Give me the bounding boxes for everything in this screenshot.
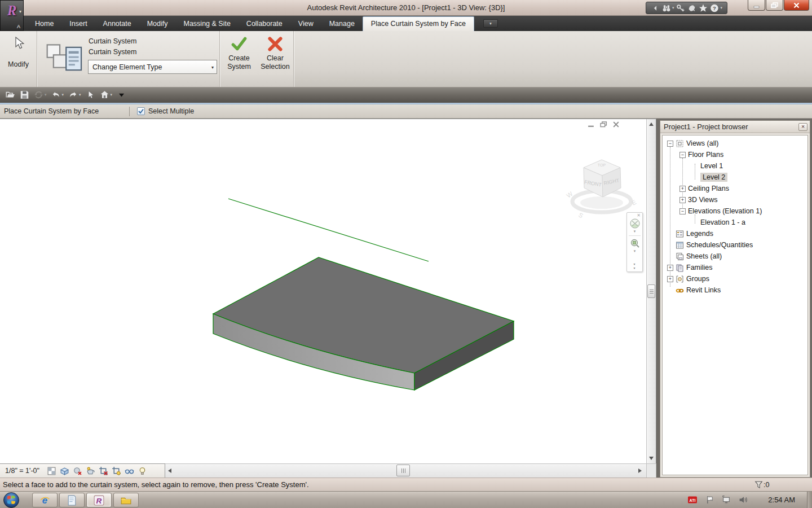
toolbar-menu-button[interactable] <box>116 90 127 100</box>
reveal-hidden-button[interactable] <box>138 466 147 476</box>
tree-item-revit-links[interactable]: Revit Links <box>663 284 807 296</box>
dropdown-caret-icon[interactable]: ▾ <box>62 93 64 97</box>
horizontal-scrollbar[interactable] <box>165 463 647 478</box>
tab-massing-site[interactable]: Massing & Site <box>175 17 238 31</box>
zoom-tool-icon[interactable] <box>629 238 641 249</box>
tab-annotate[interactable]: Annotate <box>95 17 139 31</box>
action-center-button[interactable] <box>704 495 714 505</box>
internet-explorer-taskbar-button[interactable]: e <box>32 493 58 507</box>
tree-item-elevations-elevation-1[interactable]: −Elevations (Elevation 1) <box>663 205 807 217</box>
dropdown-caret-icon[interactable]: ▾ <box>672 6 674 10</box>
help-button[interactable]: ?▾ <box>709 3 723 13</box>
expand-toggle-icon[interactable]: + <box>679 186 686 192</box>
horizontal-scroll-thumb[interactable] <box>396 465 410 476</box>
tree-item-families[interactable]: +Families <box>663 262 807 273</box>
vertical-scrollbar[interactable] <box>646 119 656 463</box>
tree-item-3d-views[interactable]: +3D Views <box>663 194 807 205</box>
scroll-down-arrow[interactable] <box>649 457 654 460</box>
view-close-icon[interactable] <box>612 121 620 128</box>
collapse-toggle-icon[interactable]: − <box>667 141 673 147</box>
collapse-toggle-icon[interactable]: − <box>679 208 686 214</box>
shadows-button[interactable] <box>73 466 82 476</box>
dropdown-caret-icon[interactable]: ▾ <box>45 93 47 97</box>
tree-item-level-1[interactable]: Level 1 <box>663 160 807 172</box>
view-minimize-icon[interactable] <box>588 121 595 128</box>
dropdown-caret-icon[interactable]: ▾ <box>79 93 81 97</box>
open-button[interactable] <box>5 90 16 100</box>
tab-active-place-curtain-system-by-face[interactable]: Place Curtain System by Face <box>363 16 474 31</box>
dropdown-caret-icon[interactable]: ▾ <box>720 6 722 10</box>
type-selector-dropdown[interactable]: Change Element Type ▾ <box>88 60 217 74</box>
tab-modify[interactable]: Modify <box>139 17 176 31</box>
project-browser-title[interactable]: Project1 - Project browser <box>660 121 810 133</box>
network-button[interactable] <box>721 495 731 505</box>
tree-item-views-all[interactable]: −Views (all) <box>663 138 807 149</box>
create-system-button[interactable]: Create System <box>222 32 257 85</box>
tree-item-groups[interactable]: +Groups <box>663 273 807 284</box>
tree-item-sheets-all[interactable]: Sheets (all) <box>663 251 807 262</box>
drawing-area[interactable]: TOP FRONT RIGHT W S E ✕ ▾ ▾ ▾▾ <box>0 119 656 478</box>
tree-item-legends[interactable]: Legends <box>663 228 807 239</box>
key-button[interactable] <box>676 3 686 13</box>
tree-item-floor-plans[interactable]: −Floor Plans <box>663 149 807 160</box>
cursor-button[interactable] <box>85 90 96 100</box>
viewcube[interactable]: TOP FRONT RIGHT W S E <box>561 148 646 222</box>
tab-manage[interactable]: Manage <box>321 17 363 31</box>
close-button[interactable] <box>784 0 809 11</box>
viewcube-top-label[interactable]: TOP <box>598 163 606 167</box>
view-scale-button[interactable]: 1/8" = 1'-0" <box>5 467 39 475</box>
navbar-close-icon[interactable]: ✕ <box>637 213 641 218</box>
select-multiple-label[interactable]: Select Multiple <box>148 104 194 118</box>
temporary-hide-button[interactable] <box>125 466 134 476</box>
notepad-taskbar-button[interactable] <box>59 493 85 507</box>
minimize-button[interactable] <box>748 0 765 11</box>
ati-button[interactable]: ATI <box>687 495 698 505</box>
expand-toggle-icon[interactable]: + <box>667 276 673 282</box>
start-button[interactable] <box>3 492 20 508</box>
scroll-right-arrow[interactable] <box>638 468 642 473</box>
vertical-scroll-thumb[interactable] <box>647 284 655 298</box>
tab-insert[interactable]: Insert <box>61 17 95 31</box>
compass-south-label[interactable]: S <box>577 211 584 219</box>
model-line[interactable] <box>228 199 429 261</box>
navbar-expand-icon[interactable]: ▾▾ <box>633 262 636 270</box>
volume-button[interactable] <box>738 495 748 505</box>
panel-collapse-button[interactable] <box>650 3 660 13</box>
steering-wheel-icon[interactable] <box>629 218 641 229</box>
windows-explorer-taskbar-button[interactable] <box>113 493 139 507</box>
application-menu-button[interactable]: R ▾ A <box>0 0 24 31</box>
element-properties-button[interactable]: Element Properties ▾ <box>43 32 86 85</box>
expand-toggle-icon[interactable]: + <box>667 265 673 271</box>
taskbar-clock[interactable]: 2:54 AM <box>768 492 795 508</box>
undo-button[interactable]: ▾ <box>51 90 65 100</box>
dropdown-caret-icon[interactable]: ▾ <box>111 93 113 97</box>
wheel-menu-caret-icon[interactable]: ▾ <box>634 229 636 234</box>
project-browser-close-button[interactable]: ✕ <box>798 123 807 131</box>
save-button[interactable] <box>19 90 30 100</box>
tree-item-level-2[interactable]: Level 2 <box>663 172 807 183</box>
select-multiple-checkbox[interactable] <box>137 107 145 115</box>
selection-filter[interactable]: :0 <box>754 480 769 489</box>
tree-item-schedules-quantities[interactable]: Schedules/Quantities <box>663 239 807 251</box>
ribbon-minimize-button[interactable]: ▾ <box>483 19 498 28</box>
modify-button[interactable]: Modify <box>0 60 37 68</box>
crop-region-button[interactable] <box>112 466 121 476</box>
redo-button[interactable]: ▾ <box>68 90 82 100</box>
binoculars-button[interactable]: ▾ <box>661 3 675 13</box>
expand-toggle-icon[interactable]: + <box>679 197 686 203</box>
crop-view-button[interactable] <box>99 466 108 476</box>
collapse-toggle-icon[interactable]: − <box>679 152 686 158</box>
show-desktop-button[interactable] <box>807 492 812 508</box>
home-3d-button[interactable]: ▾ <box>99 90 113 100</box>
rendering-button[interactable] <box>86 466 95 476</box>
restore-button[interactable] <box>766 0 783 11</box>
tab-collaborate[interactable]: Collaborate <box>239 17 290 31</box>
zoom-menu-caret-icon[interactable]: ▾ <box>634 249 636 253</box>
clear-selection-button[interactable]: Clear Selection <box>258 32 293 85</box>
detail-level-button[interactable] <box>47 466 56 476</box>
scroll-up-arrow[interactable] <box>649 122 654 126</box>
revit-taskbar-button[interactable]: R <box>86 493 112 507</box>
tree-item-elevation-1-a[interactable]: Elevation 1 - a <box>663 217 807 228</box>
view-restore-icon[interactable] <box>600 121 607 128</box>
graphics-style-button[interactable] <box>60 466 69 476</box>
